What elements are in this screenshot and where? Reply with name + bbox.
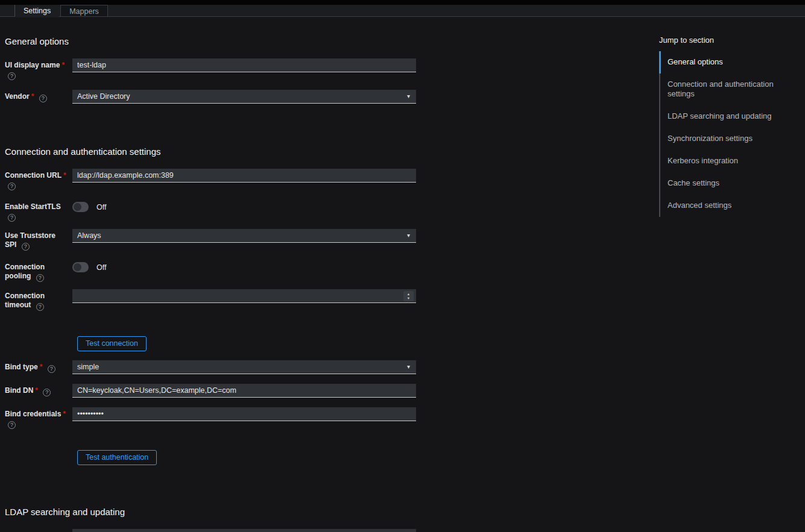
jump-nav-item-cache-settings[interactable]: Cache settings [660, 172, 801, 195]
ui-display-name-label: UI display name* ? [5, 58, 72, 80]
connection-timeout-input[interactable] [72, 289, 416, 303]
help-icon[interactable]: ? [8, 183, 16, 190]
required-indicator: * [40, 363, 43, 371]
toggle-state-label: Off [96, 203, 106, 211]
help-icon[interactable]: ? [8, 214, 16, 222]
label-text: Bind type [5, 363, 38, 371]
section-title-general-options: General options [5, 37, 422, 46]
label-text: Use Truststore SPI [5, 231, 55, 249]
bind-dn-label: Bind DN* ? [5, 384, 72, 396]
enable-starttls-label: Enable StartTLS ? [5, 200, 72, 222]
test-connection-button[interactable]: Test connection [77, 336, 147, 351]
jump-nav-item-ldap-searching[interactable]: LDAP searching and updating [660, 105, 801, 128]
toggle-state-label: Off [96, 263, 106, 272]
section-title-connection-settings: Connection and authentication settings [5, 147, 422, 157]
ldap-settings-form: General options UI display name* ? Vendo… [0, 37, 422, 532]
connection-pooling-label: Connection pooling ? [5, 260, 72, 282]
edit-mode-label: Edit mode* ? [5, 529, 72, 532]
field-row-bind-dn: Bind DN* ? [5, 384, 422, 398]
label-text: Bind DN [5, 386, 33, 395]
jump-nav-item-connection-settings[interactable]: Connection and authentication settings [660, 74, 801, 105]
help-icon[interactable]: ? [8, 421, 16, 429]
help-icon[interactable]: ? [43, 389, 51, 396]
required-indicator: * [63, 410, 66, 418]
use-truststore-spi-select-value: Always [77, 231, 101, 240]
field-row-connection-url: Connection URL* ? [5, 169, 422, 190]
help-icon[interactable]: ? [39, 95, 47, 102]
use-truststore-spi-select[interactable]: Always ▾ [72, 229, 416, 243]
jump-nav-item-advanced-settings[interactable]: Advanced settings [660, 195, 801, 217]
required-indicator: * [63, 171, 66, 180]
label-text: Connection URL [5, 171, 62, 180]
section-title-ldap-searching: LDAP searching and updating [5, 507, 422, 517]
jump-to-section-nav: Jump to section General options Connecti… [659, 36, 801, 217]
jump-nav-title: Jump to section [659, 36, 801, 45]
bind-credentials-input[interactable] [72, 407, 416, 421]
bind-dn-input[interactable] [72, 384, 416, 398]
jump-nav-item-general-options[interactable]: General options [659, 51, 801, 74]
field-row-vendor: Vendor* ? Active Directory ▾ [5, 90, 422, 104]
number-stepper[interactable]: ▴ ▾ [403, 291, 414, 301]
vendor-select-value: Active Directory [77, 92, 130, 101]
use-truststore-spi-label: Use Truststore SPI ? [5, 229, 72, 251]
required-indicator: * [31, 92, 34, 101]
bind-credentials-label: Bind credentials* ? [5, 407, 72, 429]
jump-nav-list: General options Connection and authentic… [659, 51, 801, 217]
caret-down-icon: ▾ [407, 233, 410, 239]
help-icon[interactable]: ? [22, 243, 30, 251]
help-icon[interactable]: ? [8, 72, 16, 80]
field-row-bind-credentials: Bind credentials* ? [5, 407, 422, 429]
connection-timeout-label: Connection timeout ? [5, 289, 72, 311]
label-text: Vendor [5, 92, 30, 101]
stepper-down-icon[interactable]: ▾ [408, 296, 409, 301]
field-row-connection-timeout: Connection timeout ? ▴ ▾ [5, 289, 422, 311]
vendor-select[interactable]: Active Directory ▾ [72, 90, 416, 104]
tab-bar: Settings Mappers [0, 5, 805, 17]
toggle-knob [74, 263, 81, 271]
field-row-edit-mode: Edit mode* ? READ_ONLY ▾ [5, 529, 422, 532]
tab-stub [0, 5, 15, 17]
bind-type-label: Bind type* ? [5, 360, 72, 373]
field-row-use-truststore-spi: Use Truststore SPI ? Always ▾ [5, 229, 422, 251]
tab-mappers[interactable]: Mappers [60, 5, 108, 17]
vendor-label: Vendor* ? [5, 90, 72, 102]
masthead-strip [0, 0, 805, 5]
label-text: UI display name [5, 61, 60, 69]
required-indicator: * [62, 61, 65, 69]
label-text: Enable StartTLS [5, 202, 61, 211]
connection-pooling-toggle[interactable] [72, 262, 89, 272]
field-row-ui-display-name: UI display name* ? [5, 58, 422, 80]
enable-starttls-toggle[interactable] [72, 202, 89, 212]
label-text: Bind credentials [5, 410, 61, 418]
caret-down-icon: ▾ [407, 93, 410, 99]
toggle-knob [74, 203, 81, 211]
help-icon[interactable]: ? [36, 303, 44, 311]
tab-settings[interactable]: Settings [15, 5, 59, 17]
edit-mode-select[interactable]: READ_ONLY ▾ [72, 529, 416, 532]
help-icon[interactable]: ? [36, 274, 44, 282]
jump-nav-item-kerberos-integration[interactable]: Kerberos integration [660, 150, 801, 172]
test-authentication-button[interactable]: Test authentication [77, 450, 157, 465]
bind-type-select[interactable]: simple ▾ [72, 360, 416, 374]
field-row-bind-type: Bind type* ? simple ▾ [5, 360, 422, 374]
caret-down-icon: ▾ [407, 364, 410, 370]
jump-nav-item-synchronization-settings[interactable]: Synchronization settings [660, 128, 801, 150]
connection-url-label: Connection URL* ? [5, 169, 72, 190]
ui-display-name-input[interactable] [72, 58, 416, 72]
field-row-enable-starttls: Enable StartTLS ? Off [5, 200, 422, 222]
field-row-connection-pooling: Connection pooling ? Off [5, 260, 422, 282]
bind-type-select-value: simple [77, 363, 99, 371]
help-icon[interactable]: ? [48, 365, 55, 373]
connection-url-input[interactable] [72, 169, 416, 183]
required-indicator: * [35, 386, 38, 395]
